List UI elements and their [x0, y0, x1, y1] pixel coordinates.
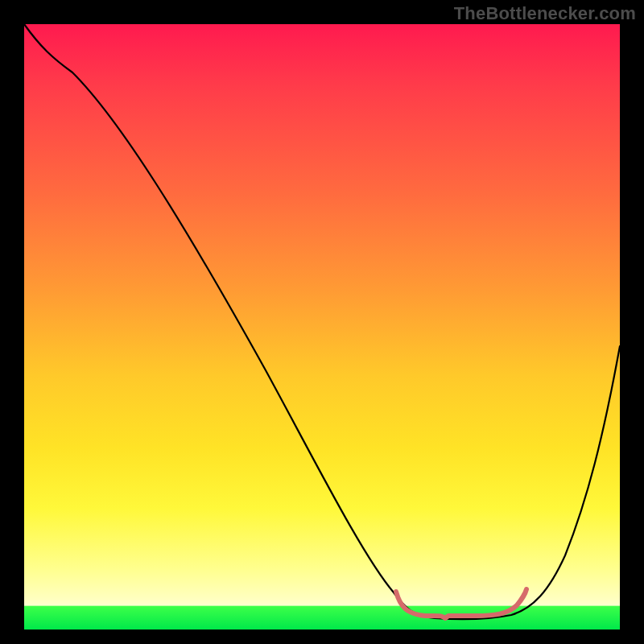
bottleneck-curve	[24, 24, 620, 619]
watermark-label: TheBottlenecker.com	[454, 3, 636, 24]
chart-svg	[24, 24, 620, 630]
optimal-range-brace	[396, 589, 526, 618]
chart-frame: TheBottlenecker.com	[0, 0, 644, 644]
plot-area	[24, 24, 620, 630]
